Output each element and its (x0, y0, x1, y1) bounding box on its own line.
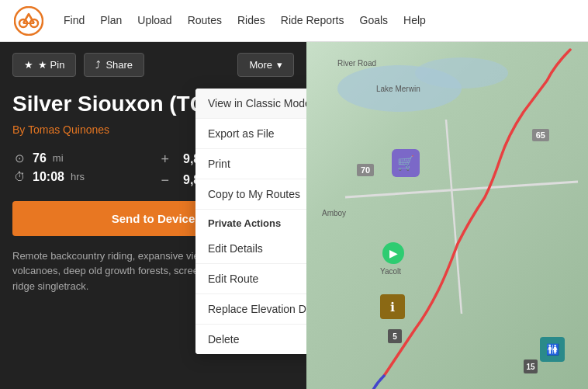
nav-rides[interactable]: Rides (237, 14, 265, 27)
time-value: 10:08 (33, 170, 64, 184)
nav-ride-reports[interactable]: Ride Reports (281, 14, 344, 27)
dropdown-item-print[interactable]: Print (195, 149, 306, 179)
share-button[interactable]: ⤴ Share (84, 53, 144, 77)
share-label: Share (105, 59, 133, 71)
pin-button[interactable]: ★ ★ Pin (12, 53, 76, 77)
logo[interactable] (12, 5, 45, 37)
dropdown-section-private: Private Actions (195, 210, 306, 234)
river-road-label: River Road (337, 59, 376, 68)
share-icon: ⤴ (95, 59, 101, 71)
plus-icon: + (154, 151, 178, 168)
dropdown-item-export-file[interactable]: Export as File (195, 119, 306, 149)
action-bar: ★ ★ Pin ⤴ Share More ▾ (0, 42, 306, 88)
dropdown-item-copy-routes[interactable]: Copy to My Routes (195, 179, 306, 210)
svg-point-0 (15, 7, 43, 35)
svg-line-6 (345, 182, 578, 197)
time-icon: ⏱ (12, 170, 26, 183)
time-unit: hrs (71, 171, 85, 182)
more-dropdown: View in Classic Mode Export as File Prin… (195, 89, 306, 354)
author-prefix: By (12, 123, 28, 136)
chevron-down-icon: ▾ (277, 59, 282, 71)
distance-icon: ⊙ (12, 151, 26, 165)
badge-65: 65 (532, 129, 549, 141)
more-label: More (249, 59, 272, 71)
nav-routes[interactable]: Routes (188, 14, 222, 27)
map-area[interactable]: River Road Lake Merwin Amboy Yacolt 65 7… (306, 42, 588, 389)
shopping-icon: 🛒 (392, 149, 420, 177)
pin-label: ★ Pin (38, 59, 64, 71)
nav-upload[interactable]: Upload (137, 14, 171, 27)
nav-find[interactable]: Find (64, 14, 85, 27)
svg-point-5 (415, 57, 508, 89)
amboy-label: Amboy (322, 209, 346, 217)
play-icon: ▶ (382, 242, 404, 264)
info-icon: ℹ (380, 294, 405, 319)
facilities-icon: 🚻 (540, 337, 565, 362)
nav-goals[interactable]: Goals (360, 14, 389, 27)
dropdown-item-edit-details[interactable]: Edit Details (195, 234, 306, 264)
minus-icon: − (154, 172, 178, 189)
distance-value: 76 (33, 151, 47, 165)
sidebar: ★ ★ Pin ⤴ Share More ▾ Silver Siouxon (T… (0, 42, 306, 389)
author-name[interactable]: Tomas Quinones (28, 123, 109, 136)
badge-15: 15 (524, 359, 538, 373)
nav-plan[interactable]: Plan (100, 14, 122, 27)
dropdown-item-classic-mode[interactable]: View in Classic Mode (195, 89, 306, 119)
yacolt-label: Yacolt (380, 267, 401, 276)
stat-group-left: ⊙ 76 mi ⏱ 10:08 hrs (12, 151, 154, 189)
pin-icon: ★ (24, 59, 33, 71)
nav-links: Find Plan Upload Routes Rides Ride Repor… (64, 14, 576, 27)
dropdown-item-edit-route[interactable]: Edit Route (195, 264, 306, 294)
dropdown-item-replace-elevation[interactable]: Replace Elevation Data (195, 294, 306, 325)
main-content: ★ ★ Pin ⤴ Share More ▾ Silver Siouxon (T… (0, 42, 588, 389)
navigation: Find Plan Upload Routes Rides Ride Repor… (0, 0, 588, 42)
svg-line-7 (446, 120, 462, 314)
dropdown-item-delete[interactable]: Delete (195, 325, 306, 354)
stat-time: ⏱ 10:08 hrs (12, 170, 154, 184)
map-background: River Road Lake Merwin Amboy Yacolt 65 7… (306, 42, 588, 389)
lake-merwin-label: Lake Merwin (376, 85, 420, 93)
badge-70: 70 (357, 164, 374, 176)
badge-5: 5 (388, 329, 402, 343)
stat-distance: ⊙ 76 mi (12, 151, 154, 165)
more-button[interactable]: More ▾ (237, 53, 294, 77)
distance-unit: mi (53, 152, 64, 164)
nav-help[interactable]: Help (403, 14, 426, 27)
